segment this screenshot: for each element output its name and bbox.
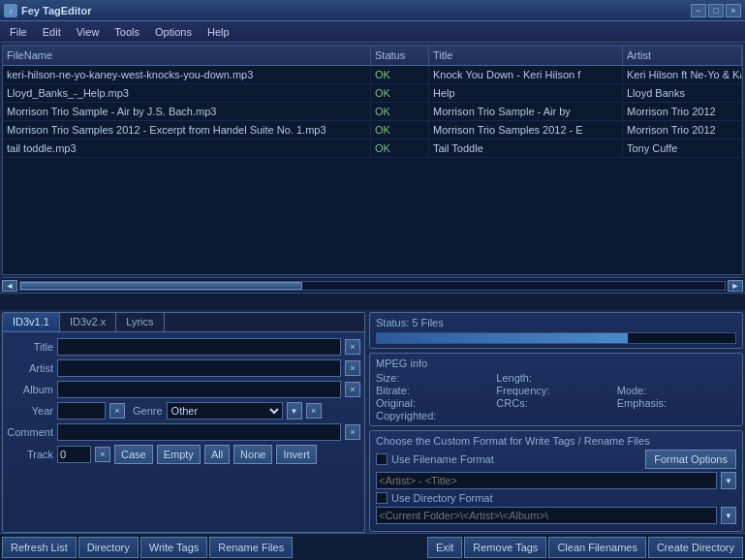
menu-options[interactable]: Options xyxy=(147,22,200,42)
format-options-button[interactable]: Format Options xyxy=(645,450,736,469)
col-title: Title xyxy=(429,46,623,65)
scroll-track[interactable] xyxy=(19,281,726,291)
close-button[interactable]: × xyxy=(726,4,741,17)
track-clear-btn[interactable]: × xyxy=(95,447,110,462)
comment-input[interactable] xyxy=(57,423,341,441)
app-icon: ♪ xyxy=(4,4,17,17)
album-row: Album × xyxy=(7,381,360,398)
mpeg-length: Length: xyxy=(496,372,615,384)
cell-title: Knock You Down - Keri Hilson f xyxy=(429,66,623,83)
format-title: Choose the Custom Format for Write Tags … xyxy=(376,435,736,447)
use-filename-checkbox[interactable] xyxy=(376,453,388,465)
clean-filenames-button[interactable]: Clean Filenames xyxy=(548,537,646,558)
use-directory-checkbox[interactable] xyxy=(376,492,388,504)
horizontal-scrollbar[interactable]: ◄ ► xyxy=(2,277,743,293)
filename-format-input[interactable] xyxy=(376,472,717,489)
none-button[interactable]: None xyxy=(233,445,272,464)
cell-artist: Keri Hilson ft Ne-Yo & Kan... xyxy=(623,66,742,83)
tab-id3v2[interactable]: ID3v2.x xyxy=(60,313,116,331)
table-row[interactable]: Lloyd_Banks_-_Help.mp3 OK Help Lloyd Ban… xyxy=(3,84,742,103)
write-tags-button[interactable]: Write Tags xyxy=(140,537,208,558)
filename-format-row: Use Filename Format Format Options xyxy=(376,450,736,469)
cell-artist: Morrison Trio 2012 xyxy=(623,121,742,139)
artist-clear-btn[interactable]: × xyxy=(345,360,360,376)
year-clear-btn[interactable]: × xyxy=(109,403,125,419)
menu-view[interactable]: View xyxy=(69,22,108,42)
titlebar: ♪ Fey TagEditor − □ × xyxy=(0,0,745,21)
filename-format-arrow-icon[interactable]: ▼ xyxy=(721,472,736,489)
title-row: Title × xyxy=(7,338,360,356)
artist-input[interactable] xyxy=(57,359,341,377)
menu-file[interactable]: File xyxy=(2,22,35,42)
mpeg-size: Size: xyxy=(376,372,495,384)
cell-filename: Lloyd_Banks_-_Help.mp3 xyxy=(3,84,371,102)
maximize-button[interactable]: □ xyxy=(708,4,724,17)
menu-tools[interactable]: Tools xyxy=(107,22,147,42)
table-row[interactable]: tail toddle.mp3 OK Tail Toddle Tony Cuff… xyxy=(3,140,742,158)
album-input[interactable] xyxy=(57,381,341,398)
col-filename: FileName xyxy=(3,46,371,65)
tab-bar: ID3v1.1 ID3v2.x Lyrics xyxy=(3,313,364,332)
genre-select[interactable]: Other xyxy=(167,402,283,420)
mpeg-info-box: MPEG info Size: Length: Bitrate: Frequen… xyxy=(369,353,743,426)
cell-title: Morrison Trio Sample - Air by xyxy=(429,103,623,120)
scroll-left-btn[interactable]: ◄ xyxy=(2,280,17,292)
directory-format-input[interactable] xyxy=(376,507,717,524)
year-genre-row: Year × Genre Other ▼ × xyxy=(7,402,360,420)
cell-filename: tail toddle.mp3 xyxy=(3,140,371,157)
refresh-list-button[interactable]: Refresh List xyxy=(2,537,77,558)
artist-label: Artist xyxy=(7,362,53,374)
remove-tags-button[interactable]: Remove Tags xyxy=(464,537,546,558)
empty-button[interactable]: Empty xyxy=(157,445,201,464)
comment-row: Comment × xyxy=(7,423,360,441)
year-label: Year xyxy=(7,405,53,417)
directory-format-row: Use Directory Format xyxy=(376,492,736,504)
invert-button[interactable]: Invert xyxy=(276,445,317,464)
case-button[interactable]: Case xyxy=(114,445,153,464)
cell-title: Help xyxy=(429,84,623,102)
comment-clear-btn[interactable]: × xyxy=(345,424,360,440)
mpeg-bitrate: Bitrate: xyxy=(376,385,495,396)
minimize-button[interactable]: − xyxy=(691,4,706,17)
table-row[interactable]: Morrison Trio Samples 2012 - Excerpt fro… xyxy=(3,121,742,140)
progress-bar xyxy=(376,332,736,344)
mpeg-mode: Mode: xyxy=(617,385,736,396)
tab-id3v1[interactable]: ID3v1.1 xyxy=(3,313,60,331)
cell-status: OK xyxy=(371,140,429,157)
title-clear-btn[interactable]: × xyxy=(345,339,360,355)
tag-panel: ID3v1.1 ID3v2.x Lyrics Title × Artist × … xyxy=(2,312,365,533)
progress-fill xyxy=(377,333,628,343)
cell-status: OK xyxy=(371,121,429,139)
scroll-right-btn[interactable]: ► xyxy=(728,280,743,292)
menu-help[interactable]: Help xyxy=(200,22,237,42)
menu-edit[interactable]: Edit xyxy=(35,22,69,42)
directory-button[interactable]: Directory xyxy=(78,537,139,558)
genre-clear-btn[interactable]: × xyxy=(306,403,322,419)
create-directory-button[interactable]: Create Directory xyxy=(648,537,743,558)
table-row[interactable]: keri-hilson-ne-yo-kaney-west-knocks-you-… xyxy=(3,66,742,84)
status-title: Status: 5 Files xyxy=(376,317,736,328)
directory-format-arrow-icon[interactable]: ▼ xyxy=(721,507,736,524)
tab-lyrics[interactable]: Lyrics xyxy=(116,313,164,331)
rename-files-button[interactable]: Rename Files xyxy=(209,537,293,558)
bottom-buttons: Refresh List Directory Write Tags Rename… xyxy=(0,533,745,560)
use-directory-label: Use Directory Format xyxy=(391,492,493,504)
cell-title: Morrison Trio Samples 2012 - E xyxy=(429,121,623,139)
all-button[interactable]: All xyxy=(204,445,230,464)
filelist-body[interactable]: keri-hilson-ne-yo-kaney-west-knocks-you-… xyxy=(3,66,742,273)
mpeg-crcs: CRCs: xyxy=(496,397,615,409)
title-input[interactable] xyxy=(57,338,341,356)
cell-artist: Morrison Trio 2012 xyxy=(623,103,742,120)
mpeg-grid: Size: Length: Bitrate: Frequency: Mode: … xyxy=(376,372,736,421)
scroll-thumb[interactable] xyxy=(20,282,302,290)
exit-button[interactable]: Exit xyxy=(427,537,462,558)
filelist: FileName Status Title Artist keri-hilson… xyxy=(2,45,743,275)
album-clear-btn[interactable]: × xyxy=(345,382,360,397)
track-input[interactable] xyxy=(57,446,91,463)
mpeg-copyrighted: Copyrighted: xyxy=(376,410,495,421)
table-row[interactable]: Morrison Trio Sample - Air by J.S. Bach.… xyxy=(3,103,742,121)
year-input[interactable] xyxy=(57,402,106,420)
genre-arrow-icon[interactable]: ▼ xyxy=(287,402,302,420)
status-box: Status: 5 Files xyxy=(369,312,743,349)
format-box: Choose the Custom Format for Write Tags … xyxy=(369,430,743,532)
